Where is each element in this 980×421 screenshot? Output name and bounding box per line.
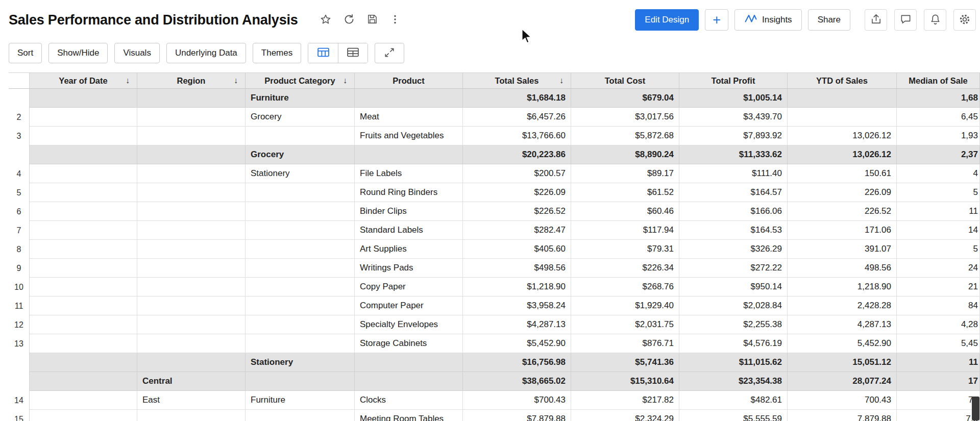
cell-category[interactable] [246, 259, 355, 278]
cell-profit[interactable]: $2,255.38 [679, 315, 788, 334]
cell-median[interactable]: 1,93 [897, 127, 980, 145]
sort-arrow-icon[interactable]: ↓ [559, 76, 564, 85]
cell-ytd[interactable]: 171.06 [788, 221, 897, 240]
cell-year[interactable] [30, 202, 137, 221]
cell-category[interactable] [246, 296, 355, 315]
cell-median[interactable]: 2,37 [897, 145, 980, 164]
cell-profit[interactable]: $326.29 [679, 240, 788, 259]
cell-region[interactable] [137, 202, 246, 221]
cell-cost[interactable]: $60.46 [571, 202, 679, 221]
cell-sales[interactable]: $226.09 [463, 183, 571, 202]
cell-region[interactable] [137, 183, 246, 202]
cell-median[interactable]: 7,8 [897, 410, 980, 421]
cell-median[interactable]: 5,45 [897, 334, 980, 353]
cell-ytd[interactable]: 498.56 [788, 259, 897, 278]
cell-year[interactable] [30, 145, 137, 164]
cell-profit[interactable]: $11,333.62 [679, 145, 788, 164]
cell-region[interactable] [137, 334, 246, 353]
cell-profit[interactable]: $2,028.84 [679, 296, 788, 315]
cell-cost[interactable]: $117.94 [571, 221, 679, 240]
column-header-region[interactable]: Region↓ [137, 73, 246, 89]
cell-profit[interactable]: $164.57 [679, 183, 788, 202]
cell-median[interactable]: 4,28 [897, 315, 980, 334]
table-view-button[interactable] [308, 43, 338, 63]
cell-ytd[interactable] [788, 108, 897, 127]
cell-sales[interactable]: $6,457.26 [463, 108, 571, 127]
table-row[interactable]: 14EastFurnitureClocks$700.43$217.82$482.… [9, 391, 980, 410]
edit-design-button[interactable]: Edit Design [635, 9, 699, 31]
summary-row[interactable]: Grocery$20,223.86$8,890.24$11,333.6213,0… [9, 145, 980, 164]
cell-median[interactable]: 5 [897, 240, 980, 259]
cell-region[interactable]: Central [137, 372, 246, 391]
show-hide-button[interactable]: Show/Hide [48, 43, 108, 63]
column-header-total-cost[interactable]: Total Cost [571, 73, 679, 89]
column-header-year-of-date[interactable]: Year of Date↓ [30, 73, 137, 89]
cell-median[interactable]: 4 [897, 164, 980, 183]
cell-region[interactable] [137, 240, 246, 259]
cell-sales[interactable]: $7,879.88 [463, 410, 571, 421]
cell-cost[interactable]: $226.34 [571, 259, 679, 278]
cell-product[interactable] [355, 145, 463, 164]
cell-product[interactable]: Copy Paper [355, 278, 463, 296]
cell-region[interactable] [137, 164, 246, 183]
cell-region[interactable] [137, 221, 246, 240]
cell-median[interactable]: 5 [897, 183, 980, 202]
cell-profit[interactable]: $5,555.59 [679, 410, 788, 421]
cell-ytd[interactable]: 150.61 [788, 164, 897, 183]
cell-product[interactable]: Meeting Room Tables [355, 410, 463, 421]
table-row[interactable]: 5Round Ring Binders$226.09$61.52$164.572… [9, 183, 980, 202]
favorite-button[interactable] [320, 13, 332, 27]
cell-cost[interactable]: $5,872.68 [571, 127, 679, 145]
more-options-button[interactable] [389, 14, 401, 27]
cell-median[interactable]: 24 [897, 259, 980, 278]
cell-median[interactable]: 1,68 [897, 89, 980, 108]
cell-sales[interactable]: $498.56 [463, 259, 571, 278]
cell-product[interactable] [355, 372, 463, 391]
cell-sales[interactable]: $4,287.13 [463, 315, 571, 334]
cell-profit[interactable]: $950.14 [679, 278, 788, 296]
cell-sales[interactable]: $1,218.90 [463, 278, 571, 296]
table-row[interactable]: 7Standard Labels$282.47$117.94$164.53171… [9, 221, 980, 240]
cell-sales[interactable]: $16,756.98 [463, 353, 571, 372]
cell-category[interactable] [246, 183, 355, 202]
column-header-total-profit[interactable]: Total Profit [679, 73, 788, 89]
cell-cost[interactable]: $2,324.29 [571, 410, 679, 421]
save-button[interactable] [366, 13, 378, 27]
cell-category[interactable]: Grocery [246, 108, 355, 127]
cell-category[interactable]: Stationery [246, 353, 355, 372]
cell-product[interactable]: Round Ring Binders [355, 183, 463, 202]
cell-region[interactable] [137, 145, 246, 164]
cell-product[interactable]: Meat [355, 108, 463, 127]
cell-product[interactable] [355, 353, 463, 372]
cell-region[interactable] [137, 315, 246, 334]
cell-sales[interactable]: $200.57 [463, 164, 571, 183]
cell-cost[interactable]: $1,929.40 [571, 296, 679, 315]
cell-sales[interactable]: $405.60 [463, 240, 571, 259]
cell-ytd[interactable]: 226.52 [788, 202, 897, 221]
cell-year[interactable] [30, 391, 137, 410]
cell-category[interactable]: Furniture [246, 89, 355, 108]
column-header-ytd-of-sales[interactable]: YTD of Sales [788, 73, 897, 89]
cell-product[interactable]: Storage Cabinets [355, 334, 463, 353]
cell-region[interactable] [137, 353, 246, 372]
cell-product[interactable]: Specialty Envelopes [355, 315, 463, 334]
cell-sales[interactable]: $700.43 [463, 391, 571, 410]
cell-sales[interactable]: $5,452.90 [463, 334, 571, 353]
sort-arrow-icon[interactable]: ↓ [343, 76, 347, 85]
summary-view-button[interactable] [338, 43, 368, 63]
cell-median[interactable]: 11 [897, 202, 980, 221]
cell-category[interactable] [246, 202, 355, 221]
visuals-button[interactable]: Visuals [114, 43, 160, 63]
cell-year[interactable] [30, 127, 137, 145]
cell-cost[interactable]: $876.71 [571, 334, 679, 353]
cell-year[interactable] [30, 89, 137, 108]
cell-sales[interactable]: $20,223.86 [463, 145, 571, 164]
cell-ytd[interactable]: 28,077.24 [788, 372, 897, 391]
column-header-total-sales[interactable]: Total Sales↓ [463, 73, 571, 89]
summary-row[interactable]: Stationery$16,756.98$5,741.36$11,015.621… [9, 353, 980, 372]
cell-year[interactable] [30, 410, 137, 421]
cell-profit[interactable]: $23,354.38 [679, 372, 788, 391]
cell-product[interactable]: Art Supplies [355, 240, 463, 259]
sort-arrow-icon[interactable]: ↓ [126, 76, 130, 85]
cell-product[interactable]: Standard Labels [355, 221, 463, 240]
